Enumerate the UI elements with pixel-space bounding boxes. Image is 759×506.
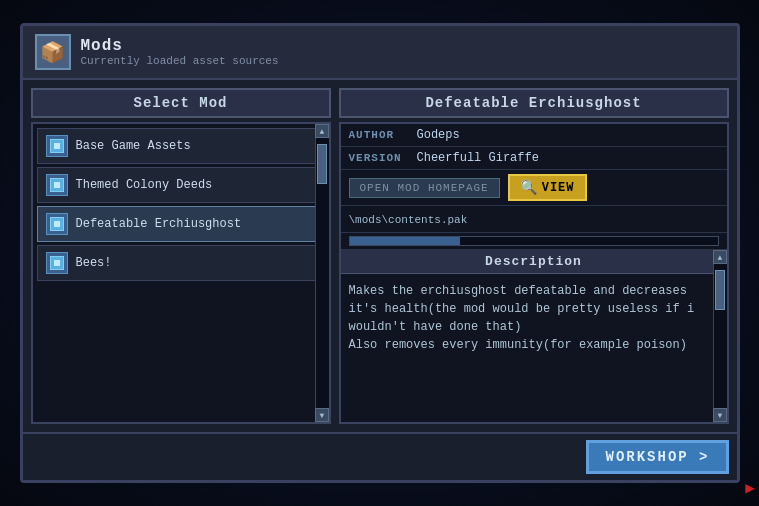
mod-icon-dot (54, 182, 60, 188)
scroll-down-arrow[interactable]: ▼ (315, 408, 329, 422)
content-area: Select Mod Base Game Assets Themed Colon… (23, 80, 737, 432)
main-window: 📦 Mods Currently loaded asset sources Se… (20, 23, 740, 483)
view-button[interactable]: 🔍 VIEW (508, 174, 587, 201)
description-header: Description (341, 250, 727, 274)
open-homepage-button[interactable]: OPEN MOD HOMEPAGE (349, 178, 500, 198)
mod-name: Base Game Assets (76, 139, 191, 153)
mod-list-item-defeatable[interactable]: Defeatable Erchiusghost (37, 206, 325, 242)
mod-list: Base Game Assets Themed Colony Deeds Def… (33, 124, 329, 288)
progress-bar-container (341, 233, 727, 250)
detail-body: AUTHOR Godeps VERSION Cheerfull Giraffe … (339, 122, 729, 424)
mod-name: Defeatable Erchiusghost (76, 217, 242, 231)
author-row: AUTHOR Godeps (341, 124, 727, 147)
mod-icon-inner (50, 217, 64, 231)
window-icon: 📦 (35, 34, 71, 70)
mod-icon-inner (50, 256, 64, 270)
mod-list-container: Base Game Assets Themed Colony Deeds Def… (31, 122, 331, 424)
window-title: Mods (81, 37, 279, 55)
file-path: \mods\contents.pak (349, 214, 468, 226)
title-bar: 📦 Mods Currently loaded asset sources (23, 26, 737, 80)
file-path-row: \mods\contents.pak (341, 206, 727, 233)
mod-icon (46, 213, 68, 235)
window-subtitle: Currently loaded asset sources (81, 55, 279, 67)
mod-icon-inner (50, 139, 64, 153)
view-label: VIEW (542, 181, 575, 195)
desc-scroll-thumb[interactable] (715, 270, 725, 310)
mod-icon (46, 174, 68, 196)
mod-name: Bees! (76, 256, 112, 270)
scroll-thumb[interactable] (317, 144, 327, 184)
mod-name: Themed Colony Deeds (76, 178, 213, 192)
detail-header: Defeatable Erchiusghost (339, 88, 729, 118)
title-text-container: Mods Currently loaded asset sources (81, 37, 279, 67)
author-value: Godeps (417, 128, 460, 142)
desc-scroll-up[interactable]: ▲ (713, 250, 727, 264)
mod-list-item-themed-colony[interactable]: Themed Colony Deeds (37, 167, 325, 203)
scroll-up-arrow[interactable]: ▲ (315, 124, 329, 138)
left-panel: Select Mod Base Game Assets Themed Colon… (31, 88, 331, 424)
left-scrollbar: ▲ ▼ (315, 124, 329, 422)
description-text: Makes the erchiusghost defeatable and de… (341, 274, 727, 422)
right-scrollbar: ▲ ▼ (713, 250, 727, 422)
mod-list-item-bees[interactable]: Bees! (37, 245, 325, 281)
version-label: VERSION (349, 152, 409, 164)
author-label: AUTHOR (349, 129, 409, 141)
homepage-row: OPEN MOD HOMEPAGE 🔍 VIEW (341, 170, 727, 206)
version-value: Cheerfull Giraffe (417, 151, 539, 165)
desc-scroll-down[interactable]: ▼ (713, 408, 727, 422)
mod-icon-dot (54, 221, 60, 227)
mod-icon-inner (50, 178, 64, 192)
progress-bar (349, 236, 719, 246)
corner-arrow-icon: ▶ (745, 478, 755, 498)
version-row: VERSION Cheerfull Giraffe (341, 147, 727, 170)
mod-icon (46, 252, 68, 274)
magnifier-icon: 🔍 (520, 179, 538, 196)
description-section: Description Makes the erchiusghost defea… (341, 250, 727, 422)
progress-fill (350, 237, 460, 245)
right-panel: Defeatable Erchiusghost AUTHOR Godeps VE… (339, 88, 729, 424)
bottom-bar: WORKSHOP > (23, 432, 737, 480)
mod-list-item-base-game[interactable]: Base Game Assets (37, 128, 325, 164)
mod-icon-dot (54, 260, 60, 266)
mod-icon-dot (54, 143, 60, 149)
mod-icon (46, 135, 68, 157)
workshop-button[interactable]: WORKSHOP > (586, 440, 728, 474)
left-panel-header: Select Mod (31, 88, 331, 118)
